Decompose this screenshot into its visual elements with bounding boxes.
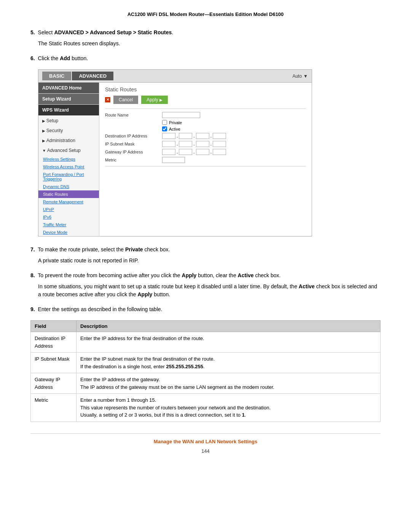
tab-advanced[interactable]: ADVANCED [72,72,113,80]
table-cell-desc-dest-ip: Enter the IP address for the final desti… [76,332,381,353]
step-5: 5. Select ADVANCED > Advanced Setup > St… [30,29,381,48]
step8-number: 8. [30,272,35,278]
step6-bold: Add [60,55,70,61]
table-header-field: Field [31,321,76,332]
form-row-metric: Metric [105,157,306,163]
step5-bold: ADVANCED > Advanced Setup > Static Route… [54,29,172,35]
input-subnet-3[interactable] [196,141,209,147]
page-header: AC1200 WiFi DSL Modem Router—Essentials … [30,11,381,17]
form-row-route-name: Route Name [105,112,306,118]
chevron-down-icon: ▼ [303,73,308,79]
sidebar-link-port-forwarding[interactable]: Port Forwarding / Port Triggering [38,171,99,183]
sidebar-item-wps-wizard[interactable]: WPS Wizard [38,105,99,116]
step5-text-after: . [172,29,173,35]
sidebar-item-advanced-home[interactable]: ADVANCED Home [38,83,99,94]
step6-text-after: button. [70,55,88,61]
cancel-button[interactable]: Cancel [113,96,138,104]
input-route-name-wrapper [162,112,200,118]
label-private: Private [169,120,182,125]
table-cell-desc-subnet: Enter the IP subnet mask for the final d… [76,353,381,373]
input-dest-ip-4[interactable] [213,133,226,139]
sidebar-link-device-mode[interactable]: Device Mode [38,228,99,236]
action-bar: ✕ Cancel Apply ▶ [105,96,306,104]
form-row-private: Private [162,120,306,125]
input-route-name[interactable] [162,112,200,118]
step7-number: 7. [30,246,35,252]
table-row: Metric Enter a number from 1 through 15.… [31,394,381,422]
input-dest-ip-1[interactable] [162,133,175,139]
input-gateway-2[interactable] [179,149,192,155]
input-subnet-2[interactable] [179,141,192,147]
input-dest-ip-2[interactable] [179,133,192,139]
form-divider [105,166,306,166]
sidebar-link-wireless-access-point[interactable]: Wireless Access Point [38,163,99,171]
step5-text-before: Select [38,29,54,35]
page-number: 144 [30,448,381,454]
sidebar-link-remote-management[interactable]: Remote Management [38,198,99,206]
step8-subtext: In some situations, you might want to se… [38,283,381,299]
sidebar-link-ipv6[interactable]: IPv6 [38,213,99,221]
checkbox-private[interactable] [162,120,167,125]
sidebar-item-advanced-setup[interactable]: Advanced Setup [38,145,99,155]
table-header-description: Description [76,321,381,332]
step-7: 7. To make the route private, select the… [30,246,381,265]
form-row-subnet: IP Subnet Mask . . . [105,141,306,147]
header-title: AC1200 WiFi DSL Modem Router—Essentials … [127,11,284,17]
input-subnet-4[interactable] [213,141,226,147]
router-body: ADVANCED Home Setup Wizard WPS Wizard Se… [38,83,312,236]
sidebar-item-setup-wizard[interactable]: Setup Wizard [38,94,99,105]
step5-subtext: The Static Routes screen displays. [38,40,381,48]
sidebar-link-dynamic-dns[interactable]: Dynamic DNS [38,183,99,190]
table-cell-desc-gateway: Enter the IP address of the gateway.The … [76,373,381,394]
label-dest-ip: Destination IP Address [105,134,162,138]
page-footer: Manage the WAN and LAN Network Settings [30,433,381,444]
sidebar-link-static-routes[interactable]: Static Routes [38,190,99,198]
input-subnet-wrapper: . . . [162,141,226,147]
input-gateway-4[interactable] [213,149,226,155]
sidebar-item-security[interactable]: Security [38,126,99,136]
tab-auto[interactable]: Auto ▼ [292,73,308,79]
step5-number: 5. [30,29,35,35]
input-gateway-3[interactable] [196,149,209,155]
table-row: Destination IPAddress Enter the IP addre… [31,332,381,353]
content-title: Static Routes [105,86,306,93]
router-topbar: BASIC ADVANCED Auto ▼ [38,70,312,83]
step9-text: Enter the settings as described in the f… [38,306,162,312]
cancel-x-icon: ✕ [105,97,110,102]
form-row-active: Active [162,126,306,131]
input-metric-wrapper [162,157,185,163]
step6-text-before: Click the [38,55,60,61]
form-table: Route Name Private Active Des [105,109,306,166]
apply-arrow-icon: ▶ [159,98,162,102]
step8-text: To prevent the route from becoming activ… [38,272,280,278]
label-route-name: Route Name [105,113,162,117]
table-cell-field-metric: Metric [31,394,76,422]
input-gateway-1[interactable] [162,149,175,155]
router-main-content: Static Routes ✕ Cancel Apply ▶ Route Nam… [99,83,312,236]
apply-button[interactable]: Apply ▶ [141,96,168,104]
step6-number: 6. [30,55,35,61]
input-metric[interactable] [162,157,185,163]
label-active: Active [169,127,180,131]
sidebar-item-setup[interactable]: Setup [38,116,99,126]
step7-text: To make the route private, select the Pr… [38,246,170,252]
step-9: 9. Enter the settings as described in th… [30,305,381,313]
input-dest-ip-3[interactable] [196,133,209,139]
sidebar-link-wireless-settings[interactable]: Wireless Settings [38,155,99,163]
checkbox-active[interactable] [162,126,167,131]
input-subnet-1[interactable] [162,141,175,147]
form-row-dest-ip: Destination IP Address . . . [105,133,306,139]
sidebar-link-traffic-meter[interactable]: Traffic Meter [38,221,99,228]
settings-table: Field Description Destination IPAddress … [30,320,381,422]
sidebar-link-upnp[interactable]: UPnP [38,206,99,213]
form-row-gateway: Gateway IP Address . . . [105,149,306,155]
table-row: IP Subnet Mask Enter the IP subnet mask … [31,353,381,373]
footer-link[interactable]: Manage the WAN and LAN Network Settings [154,439,257,444]
input-gateway-wrapper: . . . [162,149,226,155]
table-cell-field-subnet: IP Subnet Mask [31,353,76,373]
router-ui-screenshot: BASIC ADVANCED Auto ▼ ADVANCED Home Setu… [38,69,312,236]
table-cell-field-dest-ip: Destination IPAddress [31,332,76,353]
input-dest-ip-wrapper: . . . [162,133,226,139]
sidebar-item-administration[interactable]: Administration [38,136,99,145]
tab-basic[interactable]: BASIC [42,72,71,80]
